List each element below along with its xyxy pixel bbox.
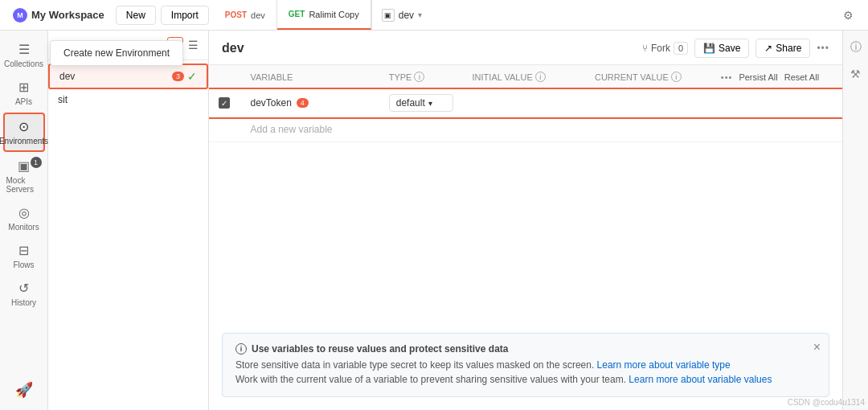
sidebar-item-history[interactable]: ↺ History xyxy=(3,276,45,312)
share-button[interactable]: ↗ Share xyxy=(755,39,810,58)
env-item-dev[interactable]: dev 3 ✓ xyxy=(48,64,208,89)
current-info-icon[interactable]: i xyxy=(671,72,682,82)
main-content: dev ⑂ Fork 0 💾 Save ↗ Share ••• xyxy=(209,31,842,410)
share-label: Share xyxy=(776,43,801,54)
th-initial-label: INITIAL VALUE xyxy=(473,72,533,82)
create-env-label: Create new Environment xyxy=(63,47,170,59)
info-link1[interactable]: Learn more about variable type xyxy=(597,359,731,371)
chevron-down-icon[interactable]: ▾ xyxy=(418,10,422,19)
row-actions-cell xyxy=(711,89,842,117)
type-value: default xyxy=(396,97,425,109)
sidebar-label-environments: Environments xyxy=(0,137,48,146)
fork-area: ⑂ Fork 0 xyxy=(642,42,688,55)
info-line1-text: Store sensitive data in variable type se… xyxy=(235,359,594,371)
save-button[interactable]: 💾 Save xyxy=(694,39,749,58)
th-type: TYPE i xyxy=(379,65,463,89)
var-name[interactable]: devToken xyxy=(250,97,291,109)
create-env-popup[interactable]: Create new Environment xyxy=(50,40,183,66)
fork-label: Fork xyxy=(651,43,670,54)
sidebar-label-apis: APIs xyxy=(15,97,32,106)
sidebar-item-mock-servers-wrap: ▣ Mock Servers 1 xyxy=(3,154,45,199)
add-variable-cell[interactable]: Add a new variable xyxy=(240,117,842,142)
table-area: VARIABLE TYPE i INITIAL VALUE i xyxy=(209,65,842,320)
save-icon: 💾 xyxy=(703,43,715,54)
history-icon: ↺ xyxy=(18,281,29,296)
method-badge-post: POST xyxy=(225,10,247,19)
workspace-name[interactable]: M My Workspace xyxy=(6,8,111,23)
method-badge-get: GET xyxy=(289,10,305,18)
th-variable: VARIABLE xyxy=(240,65,379,89)
th-more-button[interactable]: ••• xyxy=(721,72,733,82)
sidebar-item-runner[interactable]: 🚀 xyxy=(3,376,45,404)
workspace-icon: M xyxy=(13,8,27,23)
sidebar-item-apis[interactable]: ⊞ APIs xyxy=(3,75,45,111)
env-name-sit: sit xyxy=(58,94,68,105)
import-button[interactable]: Import xyxy=(161,6,209,25)
sidebar-item-flows[interactable]: ⊟ Flows xyxy=(3,238,45,274)
mock-servers-badge: 1 xyxy=(31,157,42,168)
var-checkbox[interactable] xyxy=(219,97,230,109)
th-checkbox xyxy=(209,65,240,89)
main-layout: ☰ Collections ⊞ APIs ⊙ Environments ▣ Mo… xyxy=(0,31,868,410)
info-link2[interactable]: Learn more about variable values xyxy=(628,374,772,385)
info-panel-button[interactable]: ⓘ xyxy=(847,37,865,58)
workspace-label: My Workspace xyxy=(31,9,104,21)
table-header-row: VARIABLE TYPE i INITIAL VALUE i xyxy=(209,65,842,89)
persist-all-button[interactable]: Persist All xyxy=(739,72,777,82)
variables-table: VARIABLE TYPE i INITIAL VALUE i xyxy=(209,65,842,142)
info-banner: i Use variables to reuse values and prot… xyxy=(222,333,829,397)
flows-icon: ⊟ xyxy=(18,243,29,258)
watermark: CSDN @codu4u1314 xyxy=(788,398,865,407)
mock-servers-icon: ▣ xyxy=(18,158,30,174)
add-variable-label: Add a new variable xyxy=(250,124,332,135)
env-name-dev: dev xyxy=(59,71,75,82)
row-checkbox-cell xyxy=(209,89,240,117)
reset-all-button[interactable]: Reset All xyxy=(784,72,819,82)
row-type-cell: default ▾ xyxy=(379,89,463,117)
var-name-container: devToken 4 xyxy=(250,97,369,109)
info-title-text: Use variables to reuse values and protec… xyxy=(252,343,508,355)
sidebar-label-history: History xyxy=(11,298,36,307)
th-actions: ••• Persist All Reset All xyxy=(711,65,842,89)
env-item-sit[interactable]: sit xyxy=(48,89,208,110)
tab-env-section: ▣ dev ▾ xyxy=(371,0,432,30)
env-title: dev xyxy=(222,41,244,62)
collections-icon: ☰ xyxy=(18,42,30,57)
info-circle-icon: i xyxy=(235,343,247,355)
tab-post-dev[interactable]: POST dev xyxy=(214,0,277,30)
sidebar-label-monitors: Monitors xyxy=(8,223,39,232)
row-initial-cell[interactable] xyxy=(463,89,585,117)
table-row: devToken 4 default ▾ xyxy=(209,89,842,117)
sidebar-item-monitors[interactable]: ◎ Monitors xyxy=(3,200,45,236)
th-type-label: TYPE xyxy=(389,72,412,82)
info-title: i Use variables to reuse values and prot… xyxy=(235,343,816,355)
new-button[interactable]: New xyxy=(116,6,156,25)
settings-icon[interactable]: ⚙ xyxy=(841,7,855,23)
right-panel: ⓘ ⚒ xyxy=(842,31,868,410)
sidebar-label-mock-servers: Mock Servers xyxy=(6,176,42,194)
environments-icon: ⊙ xyxy=(18,119,29,134)
tab-bar: POST dev GET Ralimit Copy ▣ dev ▾ xyxy=(214,0,830,30)
var-badge: 4 xyxy=(297,98,309,108)
type-dropdown[interactable]: default ▾ xyxy=(389,94,453,112)
env-list: dev 3 ✓ sit xyxy=(48,60,208,113)
tab-label-post-dev: dev xyxy=(251,10,265,20)
tab-get-ralimit[interactable]: GET Ralimit Copy xyxy=(277,0,371,30)
tools-panel-button[interactable]: ⚒ xyxy=(847,64,864,84)
add-variable-row[interactable]: Add a new variable xyxy=(209,117,842,142)
info-line2-text: Work with the current value of a variabl… xyxy=(235,374,626,385)
share-icon: ↗ xyxy=(764,43,772,54)
monitors-icon: ◎ xyxy=(18,205,30,220)
th-variable-label: VARIABLE xyxy=(250,72,293,82)
row-current-cell[interactable] xyxy=(585,89,711,117)
sidebar-item-collections[interactable]: ☰ Collections xyxy=(3,37,45,73)
type-info-icon[interactable]: i xyxy=(414,72,424,82)
row-name-cell: devToken 4 xyxy=(240,89,379,117)
banner-close-button[interactable]: × xyxy=(813,340,821,355)
sidebar-label-flows: Flows xyxy=(13,260,34,269)
more-options-button[interactable]: ••• xyxy=(817,43,829,54)
sidebar-item-environments[interactable]: ⊙ Environments xyxy=(3,113,45,152)
env-more-icon[interactable]: ☰ xyxy=(186,37,200,53)
initial-info-icon[interactable]: i xyxy=(535,72,546,82)
sidebar-label-collections: Collections xyxy=(4,59,43,68)
